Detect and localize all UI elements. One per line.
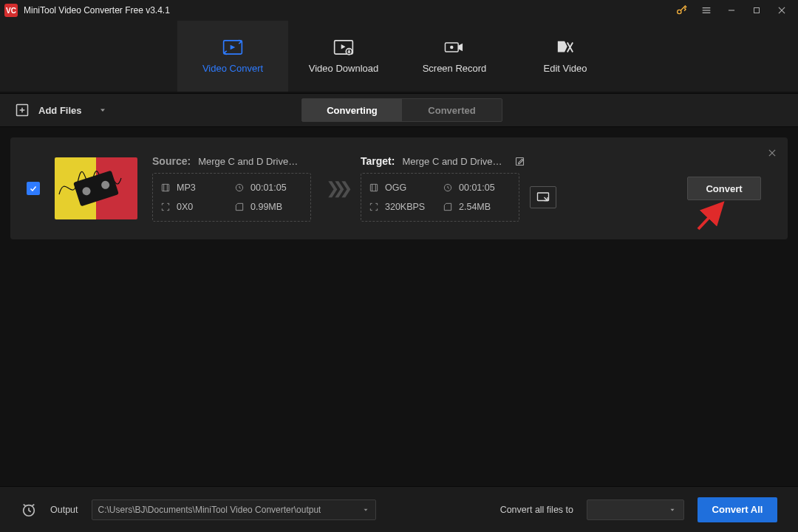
tab-label: Screen Record: [423, 63, 487, 74]
svg-point-0: [678, 10, 681, 13]
app-logo-icon: VC: [4, 4, 18, 17]
download-icon: [333, 39, 354, 55]
maximize-button[interactable]: [751, 4, 763, 16]
source-filename: Merge C and D Drive…: [198, 156, 298, 167]
edit-video-icon: [555, 39, 576, 55]
caret-down-icon: [98, 106, 107, 115]
item-thumbnail: [55, 157, 137, 219]
source-label: Source:: [152, 155, 191, 167]
target-format: OGG: [369, 183, 443, 193]
segment-converted[interactable]: Converted: [402, 99, 502, 121]
window-title: MiniTool Video Converter Free v3.4.1: [24, 5, 675, 16]
output-path-value: C:\Users\BJ\Documents\MiniTool Video Con…: [98, 505, 321, 515]
toolbar: Add Files Converting Converted: [0, 93, 798, 127]
key-icon[interactable]: [675, 4, 687, 16]
convert-to-label: Convert all files to: [500, 505, 573, 515]
conversion-item: Source: Merge C and D Drive… MP3 00:01:0…: [10, 137, 788, 239]
footer-bar: Output C:\Users\BJ\Documents\MiniTool Vi…: [0, 486, 798, 532]
window-controls: [675, 4, 794, 16]
svg-marker-11: [341, 44, 346, 49]
close-button[interactable]: [776, 4, 788, 16]
svg-rect-26: [370, 184, 377, 191]
app-window: VC MiniTool Video Converter Free v3.4.1: [0, 0, 798, 532]
source-format: MP3: [160, 183, 234, 193]
tab-label: Video Download: [309, 63, 378, 74]
target-label: Target:: [361, 155, 395, 167]
target-preset-button[interactable]: [530, 186, 556, 208]
main-nav: Video Convert Video Download Screen Reco…: [0, 21, 798, 92]
svg-rect-5: [754, 8, 760, 13]
convert-status-segment: Converting Converted: [301, 98, 502, 122]
tab-video-download[interactable]: Video Download: [288, 21, 399, 92]
convert-to-select[interactable]: [587, 499, 684, 520]
conversion-arrow-icon: ❯❯❯: [326, 179, 346, 198]
titlebar: VC MiniTool Video Converter Free v3.4.1: [0, 0, 798, 21]
svg-rect-21: [162, 184, 168, 191]
menu-icon[interactable]: [700, 4, 712, 16]
convert-icon: [222, 39, 243, 55]
tab-video-convert[interactable]: Video Convert: [177, 21, 288, 92]
tab-edit-video[interactable]: Edit Video: [510, 21, 621, 92]
segment-converting[interactable]: Converting: [302, 99, 402, 121]
output-path-select[interactable]: C:\Users\BJ\Documents\MiniTool Video Con…: [92, 499, 376, 520]
target-duration: 00:01:05: [443, 183, 522, 193]
source-duration: 00:01:05: [234, 183, 314, 193]
tab-label: Video Convert: [202, 63, 263, 74]
target-filename: Merge C and D Drive…: [402, 156, 502, 167]
add-files-label: Add Files: [38, 105, 82, 116]
content-area: Source: Merge C and D Drive… MP3 00:01:0…: [0, 127, 798, 486]
item-checkbox[interactable]: [27, 182, 40, 195]
source-block: Source: Merge C and D Drive… MP3 00:01:0…: [152, 155, 311, 222]
svg-marker-34: [671, 508, 675, 511]
caret-down-icon: [362, 506, 369, 514]
record-icon: [444, 39, 465, 55]
convert-all-button[interactable]: Convert All: [698, 497, 777, 522]
edit-target-icon[interactable]: [514, 155, 526, 167]
output-label: Output: [50, 505, 78, 515]
tab-label: Edit Video: [543, 63, 587, 74]
svg-marker-9: [231, 44, 236, 50]
remove-item-button[interactable]: [767, 148, 777, 158]
target-block: Target: Merge C and D Drive… OGG: [361, 155, 556, 222]
convert-button[interactable]: Convert: [687, 177, 761, 200]
minimize-button[interactable]: [726, 4, 737, 16]
target-size: 2.54MB: [443, 202, 522, 212]
alarm-icon[interactable]: [21, 502, 37, 518]
target-details: OGG 00:01:05 320KBPS 2.54MB: [361, 173, 519, 222]
tab-screen-record[interactable]: Screen Record: [399, 21, 510, 92]
caret-down-icon: [669, 506, 676, 514]
svg-marker-33: [364, 508, 367, 511]
svg-marker-18: [100, 109, 105, 112]
add-files-button[interactable]: Add Files: [15, 103, 107, 117]
svg-point-14: [450, 45, 453, 48]
source-size: 0.99MB: [234, 202, 314, 212]
target-bitrate: 320KBPS: [369, 202, 443, 212]
source-details: MP3 00:01:05 0X0 0.99MB: [152, 173, 311, 222]
annotation-arrow-icon: [694, 201, 726, 231]
source-resolution: 0X0: [160, 202, 234, 212]
add-files-icon: [15, 103, 30, 117]
